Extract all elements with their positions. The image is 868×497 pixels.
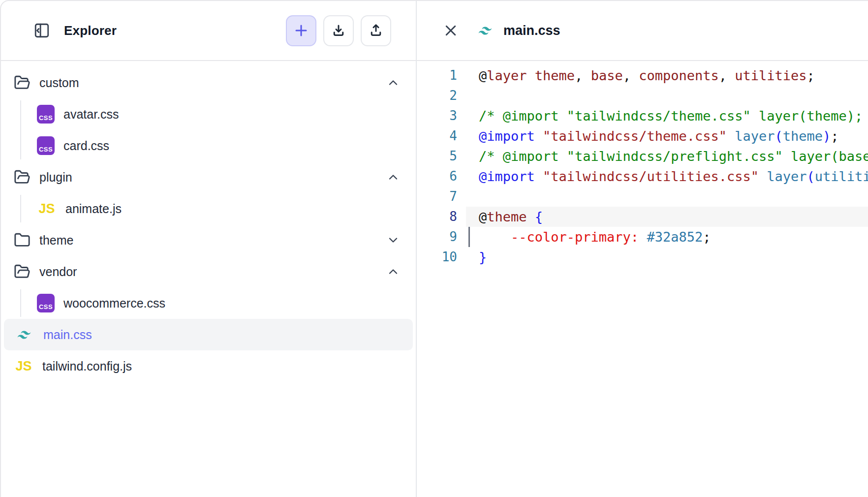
tailwind-icon <box>14 328 34 342</box>
code-line-content[interactable]: /* @import "tailwindcss/theme.css" layer… <box>466 106 868 126</box>
code-line-6: 6@import "tailwindcss/utilities.css" lay… <box>417 166 868 186</box>
tree-folder-vendor[interactable]: vendor <box>1 256 416 287</box>
sidebar-title: Explorer <box>64 23 117 38</box>
css-badge-icon: CSS <box>37 136 55 155</box>
tree-item-main-css[interactable]: main.css <box>4 319 413 350</box>
chevron-up-icon[interactable] <box>386 76 400 90</box>
code-line-7: 7 <box>417 186 868 207</box>
tree-item-card-css[interactable]: CSScard.css <box>1 130 416 161</box>
editor-panel: main.css 1@layer theme, base, components… <box>417 1 868 497</box>
file-label: animate.js <box>65 202 122 216</box>
tree-item-tailwind-config-js[interactable]: JStailwind.config.js <box>1 350 416 382</box>
explorer-header: Explorer <box>1 1 416 61</box>
close-tab-button[interactable] <box>443 23 458 38</box>
chevron-up-icon[interactable] <box>386 265 400 279</box>
file-label: tailwind.config.js <box>42 359 132 373</box>
code-line-3: 3/* @import "tailwindcss/theme.css" laye… <box>417 106 868 126</box>
line-number[interactable]: 4 <box>417 126 466 146</box>
folder-icon <box>14 232 31 248</box>
tree-folder-custom[interactable]: custom <box>1 67 416 98</box>
folder-open-icon <box>14 263 31 280</box>
css-badge-icon: CSS <box>37 294 55 312</box>
plus-icon <box>294 23 309 38</box>
app-window: Explorer customCSS <box>0 0 868 497</box>
file-label: woocommerce.css <box>63 296 165 311</box>
code-line-1: 1@layer theme, base, components, utiliti… <box>417 65 868 86</box>
line-number[interactable]: 7 <box>417 186 466 207</box>
tailwind-icon <box>475 24 496 37</box>
folder-label: vendor <box>39 265 77 279</box>
download-button[interactable] <box>323 15 354 46</box>
line-number[interactable]: 6 <box>417 166 466 186</box>
code-line-8: 8@theme { <box>417 207 868 227</box>
folder-children: CSSavatar.cssCSScard.css <box>1 98 416 161</box>
folder-open-icon <box>14 169 31 186</box>
line-number[interactable]: 8 <box>417 207 466 227</box>
explorer-sidebar: Explorer customCSS <box>1 1 417 497</box>
file-label: card.css <box>63 139 109 153</box>
js-badge-icon: JS <box>37 201 57 217</box>
code-line-content[interactable]: /* @import "tailwindcss/preflight.css" l… <box>466 146 868 166</box>
tree-folder-theme[interactable]: theme <box>1 224 416 256</box>
new-file-button[interactable] <box>286 15 316 46</box>
code-line-content[interactable]: @layer theme, base, components, utilitie… <box>466 65 868 86</box>
chevron-down-icon[interactable] <box>386 233 400 247</box>
tab-filename: main.css <box>503 23 560 38</box>
tree-folder-plugin[interactable]: plugin <box>1 161 416 193</box>
code-line-5: 5/* @import "tailwindcss/preflight.css" … <box>417 146 868 166</box>
code-line-content[interactable]: @import "tailwindcss/utilities.css" laye… <box>466 166 868 186</box>
line-number[interactable]: 10 <box>417 247 466 267</box>
upload-button[interactable] <box>361 15 391 46</box>
code-line-content[interactable]: --color-primary: #32a852; <box>466 227 868 247</box>
code-line-content[interactable]: @import "tailwindcss/theme.css" layer(th… <box>466 126 868 146</box>
code-line-10: 10} <box>417 247 868 267</box>
js-badge-icon: JS <box>14 359 33 374</box>
tree-item-woocommerce-css[interactable]: CSSwoocommerce.css <box>1 287 416 319</box>
panel-collapse-icon[interactable] <box>33 22 50 39</box>
code-line-content[interactable] <box>466 86 868 106</box>
folder-children: JSanimate.js <box>1 193 416 224</box>
code-editor[interactable]: 1@layer theme, base, components, utiliti… <box>417 61 868 497</box>
editor-tab[interactable]: main.css <box>475 23 560 38</box>
code-line-9: 9 --color-primary: #32a852; <box>417 227 868 247</box>
line-number[interactable]: 3 <box>417 106 466 126</box>
tree-item-animate-js[interactable]: JSanimate.js <box>1 193 416 224</box>
line-number[interactable]: 1 <box>417 65 466 86</box>
upload-icon <box>369 23 383 38</box>
code-line-content[interactable]: @theme { <box>466 207 868 227</box>
line-number[interactable]: 5 <box>417 146 466 166</box>
folder-children: CSSwoocommerce.css <box>1 287 416 319</box>
line-number[interactable]: 9 <box>417 227 466 247</box>
close-icon <box>443 23 458 38</box>
code-line-content[interactable]: } <box>466 247 868 267</box>
code-line-4: 4@import "tailwindcss/theme.css" layer(t… <box>417 126 868 146</box>
code-line-content[interactable] <box>466 186 868 207</box>
chevron-up-icon[interactable] <box>386 170 400 184</box>
editor-tab-bar: main.css <box>417 1 868 61</box>
folder-open-icon <box>14 74 31 91</box>
folder-label: plugin <box>39 170 72 185</box>
folder-label: custom <box>39 76 79 90</box>
download-icon <box>331 23 346 38</box>
line-number[interactable]: 2 <box>417 86 466 106</box>
code-line-2: 2 <box>417 86 868 106</box>
css-badge-icon: CSS <box>37 105 55 124</box>
file-tree: customCSSavatar.cssCSScard.csspluginJSan… <box>1 61 416 497</box>
sidebar-toolbar <box>286 15 391 46</box>
tree-item-avatar-css[interactable]: CSSavatar.css <box>1 98 416 130</box>
folder-label: theme <box>39 233 73 248</box>
file-label: main.css <box>43 328 92 342</box>
file-label: avatar.css <box>63 107 119 122</box>
